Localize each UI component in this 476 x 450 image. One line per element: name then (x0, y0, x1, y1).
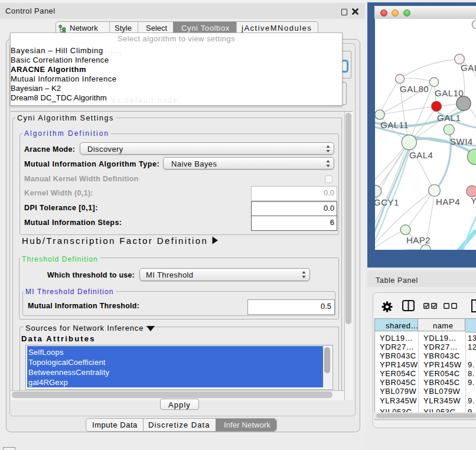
svg-text:GAL4: GAL4 (409, 150, 433, 160)
svg-text:GAL80: GAL80 (400, 84, 429, 94)
svg-text:GAL2: GAL2 (461, 63, 476, 73)
svg-text:YJ: YJ (471, 195, 476, 206)
svg-text:HAP2: HAP2 (406, 235, 431, 245)
svg-text:HAP4: HAP4 (436, 197, 460, 207)
svg-text:GAL10: GAL10 (435, 88, 464, 98)
svg-text:GAL1: GAL1 (437, 113, 461, 123)
svg-text:GCY1: GCY1 (375, 197, 399, 207)
svg-text:SWI4: SWI4 (450, 136, 473, 146)
svg-text:GAL11: GAL11 (380, 120, 409, 130)
